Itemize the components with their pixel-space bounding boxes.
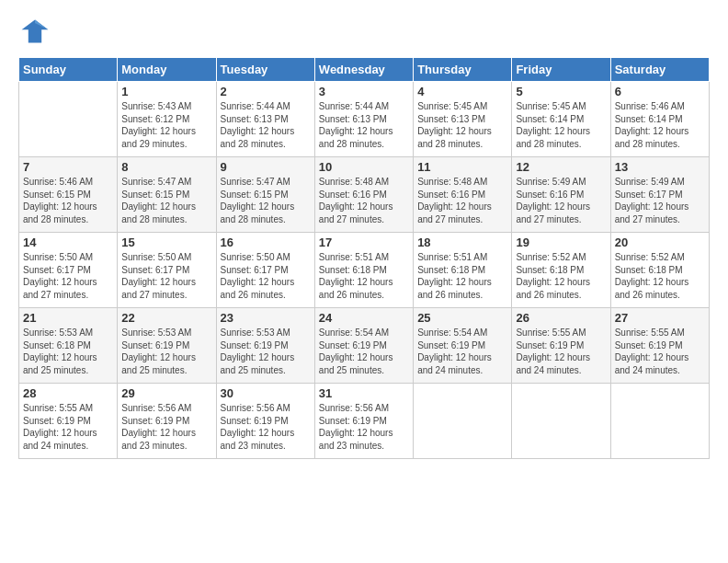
day-number: 3 bbox=[319, 85, 409, 98]
calendar-cell: 25Sunrise: 5:54 AM Sunset: 6:19 PM Dayli… bbox=[414, 308, 512, 384]
cell-info: Sunrise: 5:47 AM Sunset: 6:15 PM Dayligh… bbox=[121, 176, 211, 225]
day-number: 22 bbox=[121, 311, 211, 325]
day-number: 27 bbox=[615, 311, 705, 325]
week-row-0: 1Sunrise: 5:43 AM Sunset: 6:12 PM Daylig… bbox=[19, 82, 710, 157]
calendar-cell: 30Sunrise: 5:56 AM Sunset: 6:19 PM Dayli… bbox=[216, 384, 314, 459]
calendar-cell: 31Sunrise: 5:56 AM Sunset: 6:19 PM Dayli… bbox=[314, 384, 413, 459]
calendar-cell: 3Sunrise: 5:44 AM Sunset: 6:13 PM Daylig… bbox=[314, 82, 413, 157]
calendar-cell: 4Sunrise: 5:45 AM Sunset: 6:13 PM Daylig… bbox=[414, 82, 512, 157]
day-number: 9 bbox=[221, 160, 311, 174]
calendar-body: 1Sunrise: 5:43 AM Sunset: 6:12 PM Daylig… bbox=[19, 82, 710, 459]
day-number: 28 bbox=[23, 386, 113, 400]
header bbox=[18, 15, 710, 48]
cell-info: Sunrise: 5:44 AM Sunset: 6:13 PM Dayligh… bbox=[319, 100, 409, 150]
day-number: 30 bbox=[221, 386, 311, 400]
svg-marker-0 bbox=[22, 19, 49, 42]
day-number: 20 bbox=[615, 236, 705, 249]
day-number: 21 bbox=[23, 311, 113, 325]
calendar-cell: 8Sunrise: 5:47 AM Sunset: 6:15 PM Daylig… bbox=[118, 157, 216, 233]
cell-info: Sunrise: 5:51 AM Sunset: 6:18 PM Dayligh… bbox=[319, 251, 409, 301]
day-number: 14 bbox=[23, 236, 113, 249]
calendar-cell: 20Sunrise: 5:52 AM Sunset: 6:18 PM Dayli… bbox=[610, 233, 709, 308]
day-number: 29 bbox=[121, 386, 211, 400]
calendar-cell: 28Sunrise: 5:55 AM Sunset: 6:19 PM Dayli… bbox=[19, 384, 118, 459]
cell-info: Sunrise: 5:50 AM Sunset: 6:17 PM Dayligh… bbox=[121, 251, 211, 301]
weekday-header-row: SundayMondayTuesdayWednesdayThursdayFrid… bbox=[19, 58, 710, 82]
cell-info: Sunrise: 5:49 AM Sunset: 6:16 PM Dayligh… bbox=[516, 176, 606, 225]
cell-info: Sunrise: 5:55 AM Sunset: 6:19 PM Dayligh… bbox=[23, 402, 113, 452]
calendar-cell bbox=[512, 384, 610, 459]
cell-info: Sunrise: 5:48 AM Sunset: 6:16 PM Dayligh… bbox=[319, 176, 409, 225]
cell-info: Sunrise: 5:55 AM Sunset: 6:19 PM Dayligh… bbox=[615, 327, 705, 376]
day-number: 18 bbox=[417, 236, 507, 249]
calendar-cell: 18Sunrise: 5:51 AM Sunset: 6:18 PM Dayli… bbox=[414, 233, 512, 308]
logo bbox=[18, 15, 55, 48]
weekday-saturday: Saturday bbox=[610, 58, 709, 82]
day-number: 31 bbox=[319, 386, 409, 400]
cell-info: Sunrise: 5:46 AM Sunset: 6:14 PM Dayligh… bbox=[615, 100, 705, 150]
calendar-table: SundayMondayTuesdayWednesdayThursdayFrid… bbox=[18, 57, 710, 459]
cell-info: Sunrise: 5:44 AM Sunset: 6:13 PM Dayligh… bbox=[221, 100, 311, 150]
day-number: 25 bbox=[417, 311, 507, 325]
calendar-cell: 1Sunrise: 5:43 AM Sunset: 6:12 PM Daylig… bbox=[118, 82, 216, 157]
day-number: 6 bbox=[615, 85, 705, 98]
calendar-cell bbox=[610, 384, 709, 459]
day-number: 1 bbox=[121, 85, 211, 98]
cell-info: Sunrise: 5:51 AM Sunset: 6:18 PM Dayligh… bbox=[417, 251, 507, 301]
weekday-thursday: Thursday bbox=[414, 58, 512, 82]
weekday-sunday: Sunday bbox=[19, 58, 118, 82]
calendar-cell: 2Sunrise: 5:44 AM Sunset: 6:13 PM Daylig… bbox=[216, 82, 314, 157]
calendar-cell bbox=[414, 384, 512, 459]
calendar-cell: 23Sunrise: 5:53 AM Sunset: 6:19 PM Dayli… bbox=[216, 308, 314, 384]
cell-info: Sunrise: 5:45 AM Sunset: 6:13 PM Dayligh… bbox=[417, 100, 507, 150]
day-number: 11 bbox=[417, 160, 507, 174]
calendar-cell: 27Sunrise: 5:55 AM Sunset: 6:19 PM Dayli… bbox=[610, 308, 709, 384]
cell-info: Sunrise: 5:50 AM Sunset: 6:17 PM Dayligh… bbox=[23, 251, 113, 301]
cell-info: Sunrise: 5:48 AM Sunset: 6:16 PM Dayligh… bbox=[417, 176, 507, 225]
cell-info: Sunrise: 5:56 AM Sunset: 6:19 PM Dayligh… bbox=[221, 402, 311, 452]
weekday-friday: Friday bbox=[512, 58, 610, 82]
cell-info: Sunrise: 5:52 AM Sunset: 6:18 PM Dayligh… bbox=[615, 251, 705, 301]
cell-info: Sunrise: 5:54 AM Sunset: 6:19 PM Dayligh… bbox=[417, 327, 507, 376]
cell-info: Sunrise: 5:56 AM Sunset: 6:19 PM Dayligh… bbox=[121, 402, 211, 452]
cell-info: Sunrise: 5:46 AM Sunset: 6:15 PM Dayligh… bbox=[23, 176, 113, 225]
calendar-cell bbox=[19, 82, 118, 157]
weekday-monday: Monday bbox=[118, 58, 216, 82]
calendar-cell: 17Sunrise: 5:51 AM Sunset: 6:18 PM Dayli… bbox=[314, 233, 413, 308]
cell-info: Sunrise: 5:53 AM Sunset: 6:18 PM Dayligh… bbox=[23, 327, 113, 376]
page: SundayMondayTuesdayWednesdayThursdayFrid… bbox=[0, 0, 728, 563]
day-number: 23 bbox=[221, 311, 311, 325]
calendar-cell: 9Sunrise: 5:47 AM Sunset: 6:15 PM Daylig… bbox=[216, 157, 314, 233]
calendar-cell: 26Sunrise: 5:55 AM Sunset: 6:19 PM Dayli… bbox=[512, 308, 610, 384]
day-number: 17 bbox=[319, 236, 409, 249]
day-number: 19 bbox=[516, 236, 606, 249]
day-number: 26 bbox=[516, 311, 606, 325]
calendar-cell: 16Sunrise: 5:50 AM Sunset: 6:17 PM Dayli… bbox=[216, 233, 314, 308]
week-row-1: 7Sunrise: 5:46 AM Sunset: 6:15 PM Daylig… bbox=[19, 157, 710, 233]
calendar-cell: 24Sunrise: 5:54 AM Sunset: 6:19 PM Dayli… bbox=[314, 308, 413, 384]
day-number: 12 bbox=[516, 160, 606, 174]
cell-info: Sunrise: 5:54 AM Sunset: 6:19 PM Dayligh… bbox=[319, 327, 409, 376]
calendar-cell: 21Sunrise: 5:53 AM Sunset: 6:18 PM Dayli… bbox=[19, 308, 118, 384]
calendar-cell: 22Sunrise: 5:53 AM Sunset: 6:19 PM Dayli… bbox=[118, 308, 216, 384]
cell-info: Sunrise: 5:47 AM Sunset: 6:15 PM Dayligh… bbox=[221, 176, 311, 225]
logo-icon bbox=[18, 15, 51, 48]
weekday-tuesday: Tuesday bbox=[216, 58, 314, 82]
day-number: 2 bbox=[221, 85, 311, 98]
cell-info: Sunrise: 5:49 AM Sunset: 6:17 PM Dayligh… bbox=[615, 176, 705, 225]
day-number: 16 bbox=[221, 236, 311, 249]
calendar-cell: 5Sunrise: 5:45 AM Sunset: 6:14 PM Daylig… bbox=[512, 82, 610, 157]
cell-info: Sunrise: 5:45 AM Sunset: 6:14 PM Dayligh… bbox=[516, 100, 606, 150]
cell-info: Sunrise: 5:56 AM Sunset: 6:19 PM Dayligh… bbox=[319, 402, 409, 452]
week-row-2: 14Sunrise: 5:50 AM Sunset: 6:17 PM Dayli… bbox=[19, 233, 710, 308]
weekday-wednesday: Wednesday bbox=[314, 58, 413, 82]
calendar-cell: 10Sunrise: 5:48 AM Sunset: 6:16 PM Dayli… bbox=[314, 157, 413, 233]
calendar-cell: 19Sunrise: 5:52 AM Sunset: 6:18 PM Dayli… bbox=[512, 233, 610, 308]
day-number: 10 bbox=[319, 160, 409, 174]
week-row-4: 28Sunrise: 5:55 AM Sunset: 6:19 PM Dayli… bbox=[19, 384, 710, 459]
day-number: 13 bbox=[615, 160, 705, 174]
day-number: 8 bbox=[121, 160, 211, 174]
calendar-cell: 13Sunrise: 5:49 AM Sunset: 6:17 PM Dayli… bbox=[610, 157, 709, 233]
cell-info: Sunrise: 5:53 AM Sunset: 6:19 PM Dayligh… bbox=[221, 327, 311, 376]
day-number: 7 bbox=[23, 160, 113, 174]
